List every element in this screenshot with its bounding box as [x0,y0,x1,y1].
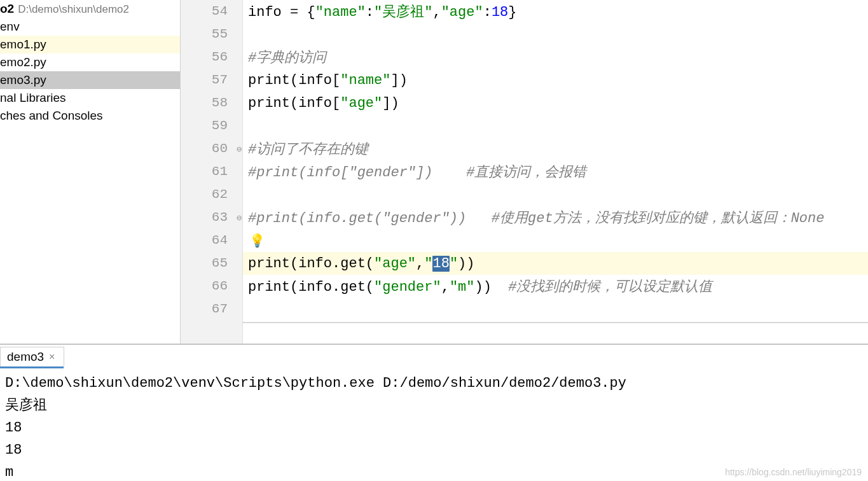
project-tree-sidebar[interactable]: o2 D:\demo\shixun\demo2 envemo1.pyemo2.p… [0,0,181,344]
code-text: #print(info.get("gender")) #使用get方法，没有找到… [243,208,824,227]
code-line[interactable]: #print(info.get("gender")) #使用get方法，没有找到… [181,206,868,229]
code-line[interactable]: print(info["name"]) [181,69,868,92]
code-text: #字典的访问 [243,48,326,67]
code-line[interactable] [181,115,868,137]
run-console: demo3 × D:\demo\shixun\demo2\venv\Script… [0,344,868,481]
console-tabbar: demo3 × [0,345,868,366]
code-text: #访问了不存在的键 [243,139,368,158]
code-text: info = {"name":"吴彦祖","age":18} [243,2,516,21]
code-line[interactable] [181,183,868,206]
lightbulb-icon[interactable]: 💡 [249,233,265,249]
project-root[interactable]: o2 D:\demo\shixun\demo2 [0,0,180,18]
code-text: print(info["name"]) [243,73,408,88]
console-output[interactable]: D:\demo\shixun\demo2\venv\Scripts\python… [0,368,868,481]
editor-end-divider [243,322,868,323]
code-line[interactable]: print(info.get("gender","m")) #没找到的时候，可以… [181,275,868,298]
console-tab-label: demo3 [7,350,44,364]
tree-item-emo2-py[interactable]: emo2.py [0,53,180,71]
code-line[interactable] [181,23,868,46]
close-icon[interactable]: × [49,351,55,363]
code-line[interactable]: print(info.get("age","18")) [181,252,868,275]
code-line[interactable]: info = {"name":"吴彦祖","age":18} [181,0,868,23]
code-line[interactable]: print(info["age"]) [181,92,868,115]
tree-item-nal-libraries[interactable]: nal Libraries [0,89,180,107]
tree-item-ches-and-consoles[interactable]: ches and Consoles [0,107,180,125]
tree-item-emo1-py[interactable]: emo1.py [0,36,180,53]
tree-item-emo3-py[interactable]: emo3.py [0,71,180,89]
top-area: o2 D:\demo\shixun\demo2 envemo1.pyemo2.p… [0,0,868,344]
code-editor[interactable]: 54info = {"name":"吴彦祖","age":18}5556#字典的… [181,0,868,344]
tree-item-env[interactable]: env [0,18,180,36]
code-line[interactable] [181,229,868,252]
code-line[interactable]: #访问了不存在的键 [181,137,868,160]
code-text: print(info.get("age","18")) [243,256,474,272]
code-line[interactable]: #print(info["gender"]) #直接访问，会报错 [181,160,868,183]
code-line[interactable]: #字典的访问 [181,46,868,69]
console-tab-demo3[interactable]: demo3 × [0,347,64,368]
code-text: print(info["age"]) [243,95,399,111]
code-line[interactable] [181,298,868,321]
code-text: print(info.get("gender","m")) #没找到的时候，可以… [243,277,713,296]
watermark: https://blog.csdn.net/liuyiming2019 [725,467,862,477]
project-root-path: D:\demo\shixun\demo2 [18,3,129,16]
project-root-name: o2 [0,2,14,16]
code-text: #print(info["gender"]) #直接访问，会报错 [243,162,586,181]
